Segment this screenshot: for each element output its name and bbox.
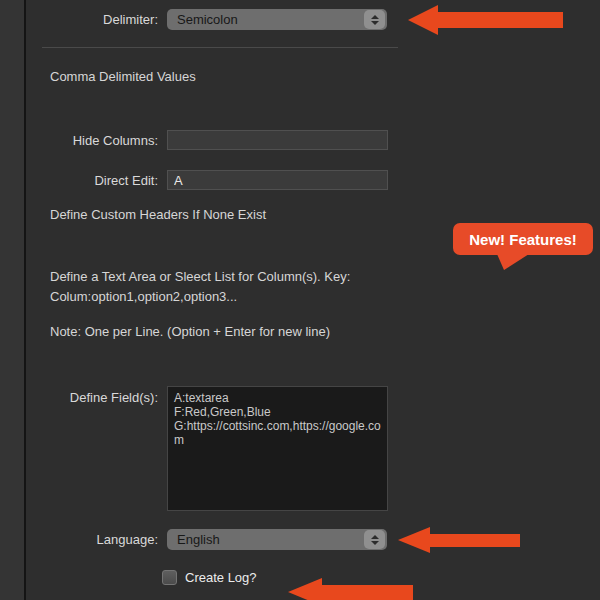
section-separator — [42, 47, 398, 48]
custom-headers-text: Define Custom Headers If None Exist — [50, 207, 266, 223]
delimiter-selected-value: Semicolon — [177, 12, 238, 27]
define-fields-textarea[interactable]: A:textarea F:Red,Green,Blue G:https://co… — [167, 386, 388, 511]
new-features-badge-label: New! Features! — [469, 231, 577, 248]
delimiter-label: Delimiter: — [40, 12, 158, 27]
new-features-badge: New! Features! — [453, 223, 593, 255]
direct-edit-label: Direct Edit: — [40, 173, 158, 188]
create-log-checkbox[interactable] — [162, 570, 177, 585]
arrow-left-icon — [398, 527, 520, 553]
preferences-panel: Delimiter: Semicolon Comma Delimited Val… — [0, 0, 600, 600]
arrow-left-icon — [288, 578, 413, 600]
left-gutter — [0, 0, 24, 600]
direct-edit-input[interactable] — [167, 170, 388, 190]
create-log-label: Create Log? — [185, 570, 257, 585]
define-help-text: Define a Text Area or Sleect List for Co… — [50, 267, 410, 307]
create-log-row: Create Log? — [162, 570, 257, 585]
direct-edit-row: Direct Edit: — [40, 170, 388, 190]
hide-columns-label: Hide Columns: — [40, 133, 158, 148]
language-row: Language: English — [40, 529, 387, 550]
note-text: Note: One per Line. (Option + Enter for … — [50, 324, 330, 340]
chevron-up-down-icon — [364, 10, 385, 29]
arrow-left-icon — [408, 5, 563, 35]
language-selected-value: English — [177, 532, 220, 547]
section-heading: Comma Delimited Values — [50, 69, 196, 85]
delimiter-select[interactable]: Semicolon — [167, 9, 387, 30]
delimiter-row: Delimiter: Semicolon — [40, 9, 387, 30]
define-fields-row: Define Field(s): A:textarea F:Red,Green,… — [40, 386, 388, 511]
chevron-up-down-icon — [364, 530, 385, 549]
panel-divider — [24, 0, 26, 600]
hide-columns-row: Hide Columns: — [40, 130, 388, 150]
new-features-badge-tail — [497, 254, 529, 270]
hide-columns-input[interactable] — [167, 130, 388, 150]
define-fields-label: Define Field(s): — [40, 386, 158, 405]
language-label: Language: — [40, 532, 158, 547]
language-select[interactable]: English — [167, 529, 387, 550]
